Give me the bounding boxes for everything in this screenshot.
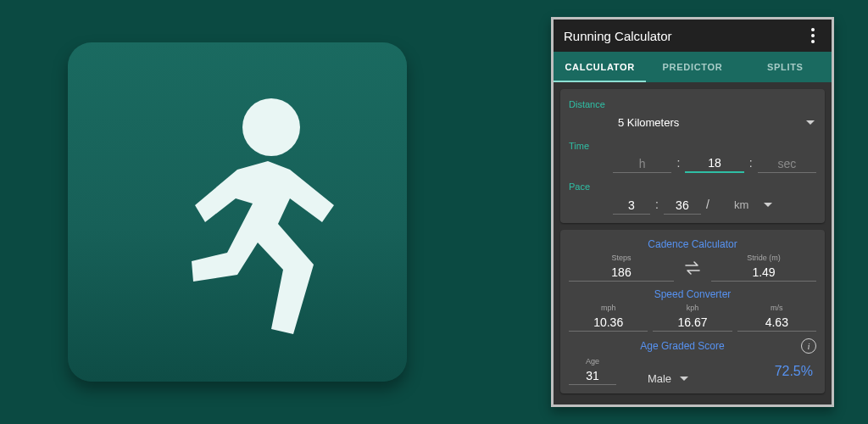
- pace-minutes-input[interactable]: 3: [613, 197, 650, 215]
- colon: :: [676, 156, 680, 171]
- pace-unit-value: km: [720, 198, 764, 211]
- time-hours-input[interactable]: h: [613, 155, 671, 173]
- pace-seconds-input[interactable]: 36: [664, 197, 701, 215]
- info-icon[interactable]: i: [801, 338, 816, 354]
- distance-value: 5 Kilometers: [618, 116, 679, 129]
- pace-label: Pace: [569, 181, 608, 192]
- app-launcher-icon: [68, 42, 407, 382]
- age-graded-score: 72.5%: [720, 364, 816, 379]
- colon: :: [749, 156, 753, 171]
- slash: /: [706, 198, 709, 213]
- overflow-menu-icon[interactable]: [804, 25, 821, 47]
- age-mini-label: Age: [586, 357, 599, 365]
- svg-point-0: [242, 98, 300, 156]
- swap-icon[interactable]: [681, 259, 704, 276]
- mph-mini-label: mph: [601, 304, 616, 312]
- phone-frame: Running Calculator CALCULATOR PREDICTOR …: [551, 17, 834, 407]
- tabs: CALCULATOR PREDICTOR SPLITS: [554, 52, 832, 82]
- steps-input[interactable]: 186: [569, 264, 674, 282]
- chevron-down-icon: [680, 377, 688, 381]
- colon: :: [655, 198, 659, 213]
- tab-calculator[interactable]: CALCULATOR: [554, 52, 646, 82]
- chevron-down-icon: [764, 203, 772, 207]
- screen-body: Distance 5 Kilometers Time h : 18 : sec: [554, 82, 832, 404]
- tab-predictor[interactable]: PREDICTOR: [646, 52, 738, 82]
- ms-input[interactable]: 4.63: [737, 314, 816, 332]
- time-seconds-input[interactable]: sec: [758, 155, 816, 173]
- tools-card: Cadence Calculator Steps 186 Stride (m) …: [560, 230, 825, 393]
- app-title: Running Calculator: [564, 29, 804, 43]
- pace-unit-select[interactable]: km: [715, 195, 774, 215]
- time-label: Time: [569, 141, 608, 151]
- main-card: Distance 5 Kilometers Time h : 18 : sec: [560, 89, 825, 223]
- cadence-title: Cadence Calculator: [569, 238, 816, 250]
- chevron-down-icon: [806, 120, 815, 125]
- age-input[interactable]: 31: [569, 367, 616, 385]
- steps-mini-label: Steps: [611, 254, 631, 262]
- mph-input[interactable]: 10.36: [569, 314, 648, 332]
- tab-splits[interactable]: SPLITS: [739, 52, 832, 82]
- distance-label: Distance: [569, 99, 608, 109]
- time-minutes-input[interactable]: 18: [685, 154, 743, 173]
- runner-icon: [68, 42, 407, 382]
- speed-title: Speed Converter: [569, 288, 816, 300]
- agegrade-title: Age Graded Score: [569, 340, 796, 352]
- stride-mini-label: Stride (m): [747, 254, 781, 262]
- kph-mini-label: kph: [687, 304, 699, 312]
- kph-input[interactable]: 16.67: [653, 314, 732, 332]
- distance-select[interactable]: 5 Kilometers: [613, 113, 816, 132]
- gender-value: Male: [648, 372, 671, 385]
- ms-mini-label: m/s: [771, 304, 783, 312]
- app-bar: Running Calculator: [554, 20, 832, 52]
- stride-input[interactable]: 1.49: [711, 264, 816, 282]
- gender-select[interactable]: Male: [621, 372, 715, 385]
